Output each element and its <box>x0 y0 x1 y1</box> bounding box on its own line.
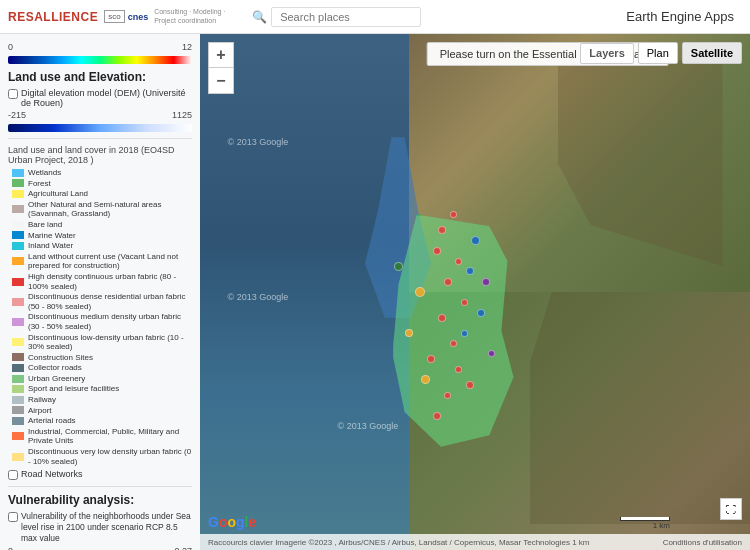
logo-sco: sco <box>104 10 124 23</box>
map-zoom-controls: + − <box>208 42 234 94</box>
legend-item: Discontinuous dense residential urban fa… <box>8 292 192 311</box>
search-area: 🔍 <box>242 7 610 27</box>
land-use-title: Land use and Elevation: <box>8 70 192 84</box>
logo-cnes: cnes <box>128 12 149 22</box>
search-input[interactable] <box>271 7 421 27</box>
road-networks-checkbox[interactable] <box>8 470 18 480</box>
legend-item: Railway <box>8 395 192 405</box>
legend-item: Forest <box>8 179 192 189</box>
zoom-out-button[interactable]: − <box>208 68 234 94</box>
legend-item: Bare land <box>8 220 192 230</box>
map-area[interactable]: Please turn on the Essential and Crisis … <box>200 34 750 550</box>
vuln1-checkbox[interactable] <box>8 512 18 522</box>
logo-tagline: Consulting · Modeling · Project coordina… <box>154 8 234 25</box>
separator-1 <box>8 138 192 139</box>
layer-controls: Layers Plan Satellite <box>580 42 742 64</box>
legend-item: Inland Water <box>8 241 192 251</box>
legend-item: Marine Water <box>8 231 192 241</box>
legend-item: Discontinuous very low density urban fab… <box>8 447 192 466</box>
lulc-title: Land use and land cover in 2018 (EO4SD U… <box>8 145 192 165</box>
layers-button[interactable]: Layers <box>580 43 633 64</box>
logo-area: RESALLIENCE sco cnes Consulting · Modeli… <box>0 8 242 25</box>
elevation-colorbar <box>8 56 192 64</box>
legend-item: Arterial roads <box>8 416 192 426</box>
legend-item: High density continuous urban fabric (80… <box>8 272 192 291</box>
legend-item: Sport and leisure facilities <box>8 384 192 394</box>
attribution-bar: Raccourcis clavier Imagerie ©2023 , Airb… <box>200 534 750 550</box>
dem-checkbox[interactable] <box>8 89 18 99</box>
legend-item: Urban Greenery <box>8 374 192 384</box>
map-type-satellite-button[interactable]: Satellite <box>682 42 742 64</box>
elevation-scale: 0 12 <box>8 42 192 64</box>
legend-item: Other Natural and Semi-natural areas (Sa… <box>8 200 192 219</box>
legend-item: Industrial, Commercial, Public, Military… <box>8 427 192 446</box>
dem-checkbox-item: Digital elevation model (DEM) (Universit… <box>8 88 192 108</box>
search-icon: 🔍 <box>252 10 267 24</box>
legend-item: Discontinuous medium density urban fabri… <box>8 312 192 331</box>
legend-item: Airport <box>8 406 192 416</box>
header: RESALLIENCE sco cnes Consulting · Modeli… <box>0 0 750 34</box>
dem-colorbar <box>8 124 192 132</box>
logo-resallience: RESALLIENCE <box>8 10 98 24</box>
separator-2 <box>8 486 192 487</box>
vuln1-section: Vulnerability of the neighborhoods under… <box>8 511 192 550</box>
fullscreen-button[interactable]: ⛶ <box>720 498 742 520</box>
map-copyright-2: © 2013 Google <box>228 292 289 302</box>
map-green-area <box>393 215 514 447</box>
legend-item: Collector roads <box>8 363 192 373</box>
legend-list: Wetlands Forest Agricultural Land Other … <box>8 168 192 466</box>
legend-item: Wetlands <box>8 168 192 178</box>
map-copyright-3: © 2013 Google <box>338 421 399 431</box>
scale-bar: 1 km <box>620 517 670 530</box>
app-title: Earth Engine Apps <box>626 9 734 24</box>
legend-item: Construction Sites <box>8 353 192 363</box>
vulnerability-title: Vulnerability analysis: <box>8 493 192 507</box>
road-networks-item: Road Networks <box>8 469 192 480</box>
map-copyright-1: © 2013 Google <box>228 137 289 147</box>
legend-item: Agricultural Land <box>8 189 192 199</box>
legend-item: Land without current use (Vacant Land no… <box>8 252 192 271</box>
legend-item: Discontinuous low-density urban fabric (… <box>8 333 192 352</box>
google-logo: Google <box>208 514 256 530</box>
zoom-in-button[interactable]: + <box>208 42 234 68</box>
map-type-plan-button[interactable]: Plan <box>638 42 678 64</box>
app-title-area: Earth Engine Apps <box>610 9 750 24</box>
map-terrain-2 <box>530 292 750 524</box>
left-panel: 0 12 Land use and Elevation: Digital ele… <box>0 34 200 550</box>
